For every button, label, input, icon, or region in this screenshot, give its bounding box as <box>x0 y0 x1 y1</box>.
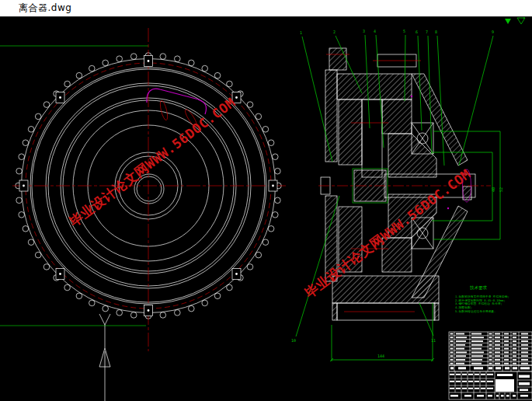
dim-label-right-inner: 40 <box>491 187 495 192</box>
title-block-grid <box>449 332 532 399</box>
part-number: 4 <box>374 29 376 33</box>
part-number: 3 <box>363 29 365 33</box>
section-arrow <box>99 314 110 401</box>
part-number: 2 <box>333 30 336 34</box>
part-number: 5 <box>403 29 405 33</box>
title-block-table <box>449 332 532 399</box>
part-number: 7 <box>426 30 428 34</box>
part-number: 8 <box>435 30 437 34</box>
part-number: 9 <box>492 30 494 34</box>
spring-slot <box>158 100 169 121</box>
center-lines <box>12 28 286 351</box>
part-number: 10 <box>291 338 296 343</box>
spring-window-outline <box>147 89 207 114</box>
notes-title: 技术要求 <box>470 285 488 291</box>
window-title-bar[interactable]: 离合器.dwg <box>0 0 532 17</box>
technical-notes: 技术要求 1.装配前所有零件清洗干净 不得有杂物; 2.膜片弹簧装配间隙 0.4… <box>455 285 509 313</box>
dim-label-bottom: 144 <box>377 354 384 358</box>
window-title: 离合器.dwg <box>19 2 71 15</box>
part-number: 11 <box>431 338 436 343</box>
dim-label-right-outer: 52 <box>499 187 503 192</box>
clutch-front-view <box>0 28 286 401</box>
part-number: 1 <box>300 30 302 35</box>
app-window: 离合器.dwg <box>0 0 532 401</box>
part-number: 6 <box>416 30 418 34</box>
drawing-canvas[interactable]: 144 40 52 1 2 3 4 5 6 7 8 9 <box>0 0 532 401</box>
drawing-name-cell <box>495 379 514 392</box>
note-line: 5.装配后转动灵活无卡滞现象。 <box>455 309 497 313</box>
watermark-text: 毕业设计论文网WWW.56DOC.COM <box>66 95 238 230</box>
